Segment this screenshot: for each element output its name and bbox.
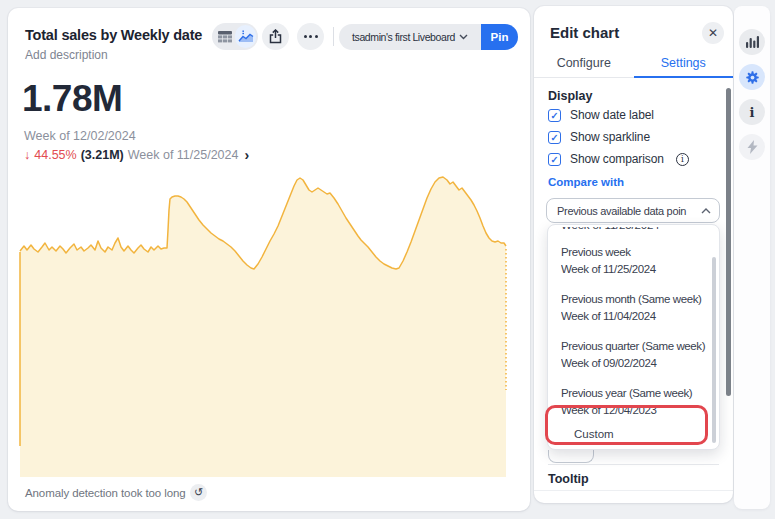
chevron-right-icon[interactable]: › — [244, 147, 249, 163]
close-icon: ✕ — [708, 26, 718, 40]
kpi-value: 1.78M — [22, 78, 122, 120]
page-title: Total sales by Weekly date — [25, 27, 202, 43]
view-toggle — [212, 23, 258, 50]
retry-button[interactable]: ↺ — [190, 484, 207, 501]
info-icon: i — [750, 105, 755, 120]
kpi-sparkline-icon — [238, 30, 254, 43]
tab-configure[interactable]: Configure — [534, 52, 634, 77]
dropdown-option-previous-month[interactable]: Previous month (Same week) Week of 11/04… — [548, 284, 719, 331]
dropdown-selected-value: Previous available data poin — [557, 205, 701, 217]
share-button[interactable] — [262, 23, 289, 50]
liveboard-name: tsadmin's first Liveboard — [352, 31, 455, 43]
right-sidebar: i — [734, 6, 770, 509]
tab-settings[interactable]: Settings — [634, 52, 734, 77]
pin-button[interactable]: Pin — [481, 24, 518, 50]
dropdown-menu: Week of 11/25/2024 Previous week Week of… — [547, 224, 720, 450]
checkbox-show-comparison[interactable]: ✓ Show comparison i — [548, 152, 689, 166]
panel-tabs: Configure Settings — [534, 52, 733, 78]
chart-options-button[interactable] — [739, 29, 765, 55]
section-divider — [548, 464, 719, 465]
anomaly-message: Anomaly detection took too long — [25, 487, 186, 499]
kpi-comparison-row: ↓ 44.55% (3.21M) Week of 11/25/2024 › — [24, 147, 249, 163]
sparkline-line — [20, 177, 506, 269]
dropdown-option-clipped: Week of 11/25/2024 — [548, 227, 719, 237]
chart-view-button[interactable] — [235, 25, 256, 48]
dropdown-option-previous-week[interactable]: Previous week Week of 11/25/2024 — [548, 237, 719, 284]
dropdown-scrollbar[interactable] — [712, 257, 716, 443]
checkbox-checked-icon: ✓ — [548, 131, 561, 144]
retry-icon: ↺ — [194, 486, 203, 498]
table-icon — [218, 31, 232, 43]
info-button[interactable]: i — [739, 99, 765, 125]
answer-card: Total sales by Weekly date Add descripti… — [8, 8, 530, 511]
sparkline-area — [20, 177, 506, 477]
toolbar-divider — [333, 27, 334, 46]
change-percent: 44.55% — [34, 148, 76, 162]
checkbox-checked-icon: ✓ — [548, 109, 561, 122]
table-view-button[interactable] — [214, 25, 235, 48]
compare-with-dropdown[interactable]: Previous available data poin — [546, 198, 720, 223]
display-heading: Display — [548, 89, 592, 103]
lightning-icon — [747, 140, 758, 154]
change-down-arrow-icon: ↓ — [24, 148, 30, 162]
tooltip-heading: Tooltip — [548, 472, 589, 486]
edit-chart-panel: Edit chart ✕ Configure Settings Display … — [534, 6, 733, 503]
dropdown-option-custom[interactable]: Custom — [561, 421, 711, 447]
checkbox-show-date-label[interactable]: ✓ Show date label — [548, 108, 654, 122]
chevron-up-icon — [701, 208, 711, 214]
bar-chart-icon — [746, 36, 759, 48]
more-button[interactable] — [297, 23, 324, 50]
dropdown-option-previous-quarter[interactable]: Previous quarter (Same week) Week of 09/… — [548, 331, 719, 378]
checkbox-show-sparkline[interactable]: ✓ Show sparkline — [548, 130, 650, 144]
panel-scrollbar[interactable] — [726, 88, 731, 396]
kpi-date-label: Week of 12/02/2024 — [24, 129, 136, 143]
more-icon — [304, 35, 318, 38]
spotiq-button[interactable] — [739, 134, 765, 160]
settings-button[interactable] — [739, 64, 765, 90]
gear-icon — [745, 70, 760, 85]
panel-title: Edit chart — [550, 24, 619, 41]
liveboard-pin-group: tsadmin's first Liveboard Pin — [339, 24, 518, 50]
compare-with-label[interactable]: Compare with — [548, 176, 624, 188]
close-button[interactable]: ✕ — [702, 22, 724, 44]
section-divider — [534, 490, 733, 491]
chevron-down-icon — [459, 34, 468, 40]
liveboard-selector[interactable]: tsadmin's first Liveboard — [339, 24, 481, 50]
screen: Total sales by Weekly date Add descripti… — [0, 0, 775, 519]
hidden-button-fragment — [548, 450, 594, 463]
comparison-date: Week of 11/25/2024 — [128, 148, 239, 162]
change-absolute: (3.21M) — [81, 148, 124, 162]
add-description[interactable]: Add description — [25, 48, 108, 62]
dropdown-option-previous-year[interactable]: Previous year (Same week) Week of 12/04/… — [548, 378, 719, 425]
info-icon[interactable]: i — [676, 153, 689, 166]
share-icon — [269, 29, 282, 44]
checkbox-checked-icon: ✓ — [548, 153, 561, 166]
